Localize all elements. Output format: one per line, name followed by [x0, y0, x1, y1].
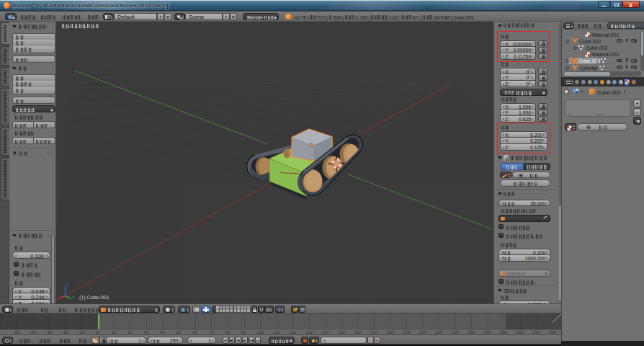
svg-text:Z: Z [66, 282, 69, 286]
svg-text:Y: Y [72, 296, 75, 300]
